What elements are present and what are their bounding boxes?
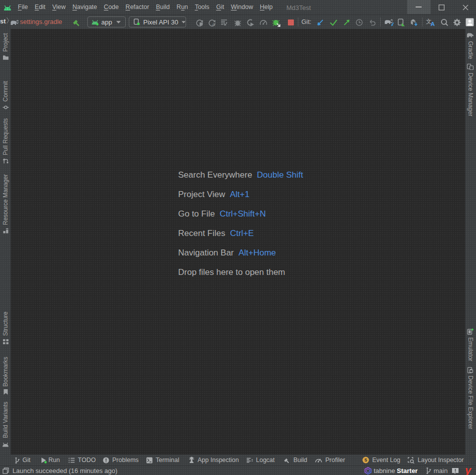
svg-text:5: 5	[365, 457, 368, 463]
svg-text:A: A	[212, 22, 215, 26]
svg-text:A: A	[431, 21, 435, 26]
